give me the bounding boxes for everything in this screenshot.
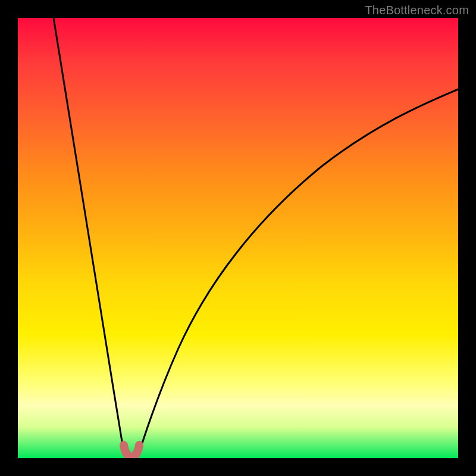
curve-layer — [18, 18, 458, 458]
minimum-marker — [124, 445, 139, 457]
watermark-text: TheBottleneck.com — [365, 4, 469, 17]
chart-frame: TheBottleneck.com — [0, 0, 476, 476]
plot-area — [18, 18, 458, 458]
curve-right-branch — [139, 89, 458, 452]
curve-left-branch — [54, 18, 124, 452]
